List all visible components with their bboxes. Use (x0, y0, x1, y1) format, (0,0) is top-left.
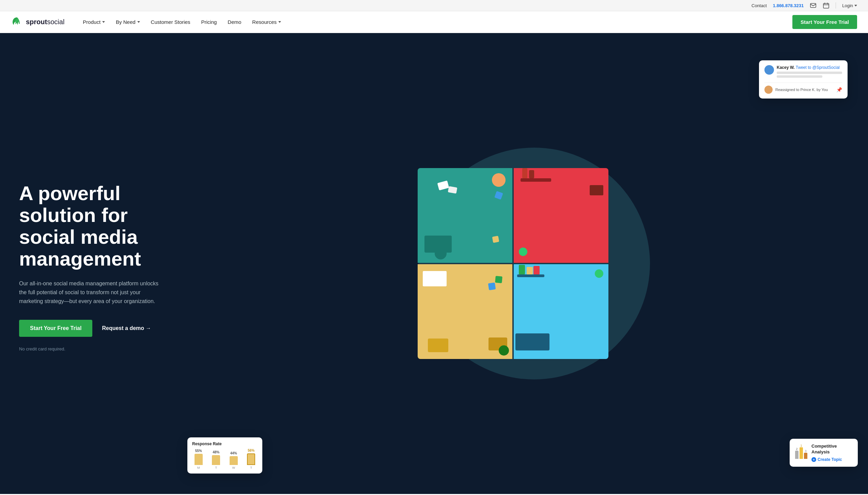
room-yellow (418, 264, 512, 359)
podium-bar-2 (795, 451, 799, 459)
bar-group-m: 55% M (192, 449, 205, 469)
nav-items: Product By Need Customer Stories Pricing… (78, 16, 792, 28)
divider (836, 2, 836, 9)
room-decor (492, 236, 499, 243)
tweet-line (777, 72, 842, 74)
hero-buttons: Start Your Free Trial Request a demo → (19, 320, 161, 337)
nav-item-demo[interactable]: Demo (223, 16, 246, 28)
bar-value: 56% (248, 449, 254, 452)
room-decor (495, 276, 502, 283)
email-icon[interactable] (810, 2, 817, 9)
room-decor (488, 283, 496, 290)
calendar-icon[interactable] (823, 2, 830, 9)
bar-fill (230, 456, 238, 465)
room-decor (529, 170, 534, 178)
bar-fill (247, 453, 255, 465)
bar-chart: 55% M 48% T 44% W 56% T (192, 449, 258, 469)
room-decor (494, 191, 503, 200)
room-decor (590, 185, 603, 195)
competitive-title: Competitive Analysis (811, 444, 852, 455)
nav-item-pricing[interactable]: Pricing (196, 16, 221, 28)
nav-item-resources[interactable]: Resources (247, 16, 286, 28)
chevron-down-icon (102, 21, 105, 23)
bar-value: 55% (195, 449, 202, 453)
bar-day: T (250, 466, 252, 469)
bar-day: W (232, 466, 235, 469)
room-decor (519, 247, 527, 256)
tweet-line (777, 75, 822, 78)
room-decor (437, 180, 449, 190)
hero-left: A powerful solution for social media man… (0, 33, 177, 494)
svg-rect-0 (810, 3, 816, 7)
contact-label: Contact (751, 3, 767, 8)
room-decor (435, 247, 447, 259)
top-bar: Contact 1.866.878.3231 Login (0, 0, 868, 11)
response-rate-card: Response Rate 55% M 48% T 44% W (187, 437, 262, 474)
bar-value: 48% (213, 450, 219, 454)
phone-number[interactable]: 1.866.878.3231 (773, 3, 804, 8)
bar-day: M (197, 466, 200, 469)
logo-text: sproutsocial (26, 18, 64, 26)
room-grid (418, 168, 608, 359)
nav-cta-button[interactable]: Start Your Free Trial (792, 15, 857, 29)
pin-icon: 📌 (836, 87, 842, 92)
room-decor (522, 168, 527, 178)
room-decor (423, 271, 447, 286)
tweet-avatar (764, 65, 774, 75)
room-decor (448, 186, 458, 194)
room-decor (533, 266, 540, 274)
hero-demo-button[interactable]: Request a demo → (102, 325, 151, 331)
room-decor (595, 269, 603, 278)
room-teal (418, 168, 512, 263)
podium-icon: 2 1 3 (795, 447, 807, 459)
reassign-text: Reassigned to Prince K. by You (775, 88, 828, 92)
room-decor (521, 178, 551, 182)
reassign-avatar (764, 86, 773, 94)
bar-day: T (215, 466, 217, 469)
nav-item-customer-stories[interactable]: Customer Stories (146, 16, 195, 28)
logo[interactable]: sproutsocial (11, 16, 64, 28)
hero-section: A powerful solution for social media man… (0, 33, 868, 494)
competitive-info: Competitive Analysis Create Topic (811, 444, 852, 462)
room-decor (515, 333, 549, 350)
bar-group-t1: 48% T (210, 450, 223, 469)
create-topic-button[interactable]: Create Topic (811, 457, 852, 462)
room-decor (499, 345, 509, 356)
room-decor (517, 274, 544, 277)
login-button[interactable]: Login (842, 3, 857, 8)
bar-fill (195, 454, 203, 465)
chevron-down-icon (854, 5, 857, 6)
tweet-text: Kacey W. Tweet to @SproutSocial (777, 65, 842, 70)
bar-group-w: 44% W (227, 451, 240, 469)
response-rate-title: Response Rate (192, 441, 258, 446)
tweet-card: Kacey W. Tweet to @SproutSocial Reassign… (759, 60, 848, 99)
competitive-analysis-card: 2 1 3 Competitive Analysis Create Topic (790, 439, 858, 467)
logo-icon (11, 16, 23, 28)
nav-item-by-need[interactable]: By Need (111, 16, 145, 28)
nav-item-product[interactable]: Product (78, 16, 110, 28)
podium-bar-3 (804, 453, 807, 459)
room-decor (519, 265, 525, 274)
bar-fill (212, 455, 220, 465)
podium-bar-1 (800, 447, 803, 459)
chevron-down-icon (278, 21, 281, 23)
room-decor (492, 173, 506, 187)
room-decor (527, 267, 533, 274)
chevron-down-icon (137, 21, 140, 23)
room-blue (514, 264, 608, 359)
main-nav: sproutsocial Product By Need Customer St… (0, 11, 868, 33)
hero-right: Kacey W. Tweet to @SproutSocial Reassign… (177, 33, 868, 494)
svg-rect-1 (823, 3, 829, 8)
room-decor (428, 339, 448, 352)
bar-value: 44% (230, 451, 237, 455)
hero-cta-button[interactable]: Start Your Free Trial (19, 320, 92, 337)
tweet-divider (764, 82, 842, 83)
hero-heading: A powerful solution for social media man… (19, 182, 161, 269)
bar-group-t2: 56% T (245, 449, 258, 469)
room-pink (514, 168, 608, 263)
hero-subtext: Our all-in-one social media management p… (19, 279, 161, 306)
no-credit-text: No credit card required. (19, 346, 161, 351)
